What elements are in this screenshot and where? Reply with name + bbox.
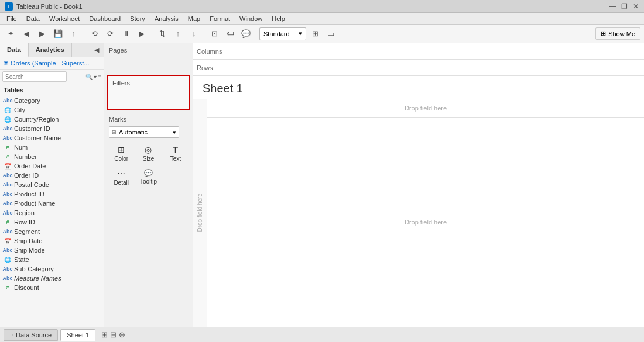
marks-text[interactable]: T Text	[163, 143, 188, 164]
field-item[interactable]: AbcPostal Code	[4, 180, 100, 189]
field-item[interactable]: #Number	[4, 152, 100, 161]
toolbar-run-btn[interactable]: ▶	[135, 27, 149, 41]
search-input[interactable]	[2, 71, 67, 82]
field-item[interactable]: 🌐City	[4, 105, 100, 115]
main-layout: Data Analytics ◀ ⛃ Orders (Sample - Supe…	[0, 43, 644, 327]
pages-label: Pages	[109, 47, 127, 54]
menu-map[interactable]: Map	[184, 14, 204, 23]
field-name: Country/Region	[14, 116, 59, 123]
standard-dropdown[interactable]: Standard ▾	[259, 27, 306, 40]
field-item[interactable]: 📅Ship Date	[4, 236, 100, 246]
toolbar-save-btn[interactable]: 💾	[51, 27, 65, 41]
menu-window[interactable]: Window	[235, 14, 266, 23]
toolbar-swap-btn[interactable]: ⇅	[155, 27, 169, 41]
detail-icon: ⋯	[117, 169, 125, 178]
field-name: Region	[14, 209, 35, 216]
sheet1-tab[interactable]: Sheet 1	[60, 329, 95, 341]
menu-story[interactable]: Story	[126, 14, 149, 23]
menu-help[interactable]: Help	[268, 14, 289, 23]
panel-collapse-arrow[interactable]: ◀	[90, 43, 104, 57]
menu-data[interactable]: Data	[22, 14, 44, 23]
field-item[interactable]: 🌐Country/Region	[4, 115, 100, 124]
filter-icon[interactable]: ▾	[94, 74, 97, 80]
toolbar-fit-btn[interactable]: ⊡	[207, 27, 221, 41]
tab-data[interactable]: Data	[0, 43, 29, 57]
toolbar-back-btn[interactable]: ◀	[19, 27, 33, 41]
toolbar-new-btn[interactable]: ✦	[4, 27, 18, 41]
menu-format[interactable]: Format	[205, 14, 234, 23]
marks-detail[interactable]: ⋯ Detail	[109, 167, 133, 188]
field-type-icon: Abc	[4, 265, 12, 273]
new-sheet-button[interactable]: ⊞	[101, 330, 108, 339]
rows-row: Rows	[193, 60, 644, 76]
field-type-icon: Abc	[4, 181, 12, 189]
minimize-button[interactable]: —	[609, 3, 616, 10]
menu-file[interactable]: File	[2, 14, 21, 23]
new-dashboard-button[interactable]: ⊟	[110, 330, 117, 339]
marks-tooltip[interactable]: 💬 Tooltip	[136, 167, 160, 188]
field-type-icon: #	[4, 218, 12, 226]
toolbar-forward-btn[interactable]: ▶	[35, 27, 49, 41]
tab-analytics[interactable]: Analytics	[29, 43, 72, 57]
toolbar-label-btn[interactable]: 🏷	[223, 27, 237, 41]
marks-color[interactable]: ⊞ Color	[109, 143, 133, 164]
toolbar-redo-btn[interactable]: ⟳	[103, 27, 117, 41]
field-item[interactable]: #Discount	[4, 283, 100, 292]
datasource-name: Orders (Sample - Superst...	[11, 60, 90, 67]
data-source-tab[interactable]: ○ Data Source	[4, 329, 58, 341]
text-label: Text	[170, 156, 181, 162]
search-icons: 🔍 ▾ ≡	[85, 74, 101, 80]
field-item[interactable]: AbcShip Mode	[4, 246, 100, 255]
show-me-button[interactable]: ⊞ Show Me	[595, 27, 640, 40]
toolbar-tooltip-btn[interactable]: 💬	[239, 27, 253, 41]
window-controls[interactable]: — ❐ ✕	[609, 3, 639, 10]
field-item[interactable]: #Row ID	[4, 217, 100, 227]
field-item[interactable]: AbcCategory	[4, 96, 100, 105]
field-item[interactable]: AbcRegion	[4, 208, 100, 217]
field-type-icon: Abc	[4, 199, 12, 208]
restore-button[interactable]: ❐	[621, 3, 628, 10]
field-item[interactable]: 🌐State	[4, 255, 100, 264]
menu-analysis[interactable]: Analysis	[150, 14, 183, 23]
toolbar-sort-asc-btn[interactable]: ↑	[171, 27, 185, 41]
pages-section: Pages	[104, 43, 193, 72]
tooltip-icon: 💬	[144, 169, 153, 177]
field-item[interactable]: AbcOrder ID	[4, 171, 100, 180]
sort-icon[interactable]: ≡	[98, 74, 101, 80]
menu-dashboard[interactable]: Dashboard	[85, 14, 125, 23]
columns-label: Columns	[197, 48, 232, 55]
filters-section[interactable]: Filters	[107, 75, 190, 110]
marks-type-dropdown[interactable]: ⊞ Automatic ▾	[109, 126, 179, 138]
field-item[interactable]: #Num	[4, 143, 100, 152]
field-item[interactable]: 📅Order Date	[4, 161, 100, 171]
datasource-item[interactable]: ⛃ Orders (Sample - Superst...	[0, 57, 104, 70]
field-name: Order ID	[14, 172, 39, 179]
status-bar: ○ Data Source Sheet 1 ⊞ ⊟ ⊕	[0, 327, 644, 342]
marks-size[interactable]: ◎ Size	[136, 143, 160, 164]
toolbar-present-btn[interactable]: ▭	[324, 27, 338, 41]
field-item[interactable]: AbcMeasure Names	[4, 274, 100, 283]
toolbar-undo-btn[interactable]: ⟲	[87, 27, 101, 41]
drop-field-top[interactable]: Drop field here	[207, 99, 644, 118]
canvas-left-strip[interactable]: Drop field here	[193, 99, 207, 327]
drop-field-center[interactable]: Drop field here	[207, 118, 644, 327]
field-item[interactable]: AbcSegment	[4, 227, 100, 236]
toolbar-pause-btn[interactable]: ⏸	[119, 27, 133, 41]
toolbar-publish-btn[interactable]: ↑	[67, 27, 81, 41]
drop-field-left: Drop field here	[197, 194, 203, 232]
close-button[interactable]: ✕	[632, 3, 639, 10]
menu-worksheet[interactable]: Worksheet	[45, 14, 84, 23]
toolbar-grid-btn[interactable]: ⊞	[308, 27, 322, 41]
search-magnifier-icon[interactable]: 🔍	[85, 74, 93, 80]
field-item[interactable]: AbcSub-Category	[4, 264, 100, 274]
new-story-button[interactable]: ⊕	[119, 330, 125, 339]
field-item[interactable]: AbcCustomer ID	[4, 124, 100, 133]
toolbar-sort-desc-btn[interactable]: ↓	[187, 27, 201, 41]
field-item[interactable]: AbcCustomer Name	[4, 133, 100, 143]
field-name: Order Date	[14, 163, 46, 170]
field-item[interactable]: AbcProduct Name	[4, 199, 100, 208]
field-item[interactable]: AbcProduct ID	[4, 189, 100, 199]
toolbar: ✦ ◀ ▶ 💾 ↑ ⟲ ⟳ ⏸ ▶ ⇅ ↑ ↓ ⊡ 🏷 💬 Standard ▾…	[0, 25, 644, 43]
field-name: State	[14, 256, 29, 263]
field-type-icon: #	[4, 284, 12, 292]
